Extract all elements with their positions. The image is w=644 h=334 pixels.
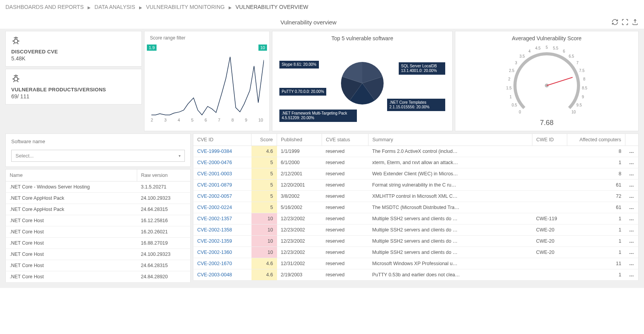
range-max-badge[interactable]: 10: [258, 45, 267, 51]
cve-link[interactable]: CVE-2002-1357: [197, 216, 232, 221]
more-button[interactable]: …: [625, 224, 639, 236]
table-row[interactable]: CVE-2002-13601012/23/2002reservedMultipl…: [193, 247, 639, 258]
svg-text:9.5: 9.5: [577, 103, 582, 107]
stat-label: VULNERABLE PRODUCTS/VERSIONS: [11, 87, 136, 92]
breadcrumb-item[interactable]: VULNERABILITY MONITORING: [146, 4, 225, 10]
breadcrumb-current: VULNERABILITY OVERVIEW: [236, 4, 308, 10]
more-button[interactable]: …: [625, 202, 639, 213]
software-table: Name Raw version .NET Core - Windows Ser…: [5, 169, 191, 283]
svg-text:4: 4: [529, 49, 531, 53]
svg-text:3.5: 3.5: [519, 54, 525, 58]
cve-link[interactable]: CVE-2002-0224: [197, 205, 232, 210]
table-header[interactable]: CVE status: [322, 134, 368, 146]
table-row[interactable]: CVE-2001-000352/12/2001reservedWeb Exten…: [193, 168, 639, 180]
card-title: Top 5 vulnerable software: [278, 35, 447, 41]
more-button[interactable]: …: [625, 236, 639, 247]
more-button[interactable]: …: [625, 247, 639, 258]
range-min-badge[interactable]: 1.9: [147, 45, 157, 51]
fullscreen-icon[interactable]: [622, 19, 629, 26]
table-row[interactable]: CVE-2002-005753/8/2002reservedXMLHTTP co…: [193, 191, 639, 202]
cve-link[interactable]: CVE-1999-0384: [197, 149, 232, 154]
discovered-cve-card: DISCOVERED CVE 5.48K: [5, 31, 142, 67]
pie-chart[interactable]: [339, 60, 386, 106]
cve-link[interactable]: CVE-2001-0003: [197, 171, 232, 176]
table-row[interactable]: CVE-2002-16704.612/31/2002reservedMicros…: [193, 258, 639, 269]
table-row[interactable]: .NET Core Host16.20.26021: [6, 226, 191, 238]
card-title: Score range filter: [150, 35, 264, 41]
svg-point-0: [14, 39, 18, 43]
more-button[interactable]: …: [625, 180, 639, 191]
svg-text:7: 7: [577, 61, 579, 65]
more-button[interactable]: …: [625, 157, 639, 168]
table-row[interactable]: .NET Core AppHost Pack24.100.29323: [6, 193, 191, 204]
pie-label: PuTTY 0.70.0.0: 20.00%: [279, 88, 326, 96]
svg-text:6.5: 6.5: [569, 54, 574, 58]
breadcrumb-item[interactable]: DATA ANALYSIS: [95, 4, 135, 10]
table-header[interactable]: Affected computers: [567, 134, 625, 146]
table-header[interactable]: Score: [251, 134, 277, 146]
cve-link[interactable]: CVE-2002-0057: [197, 194, 232, 199]
bug-icon: [11, 74, 21, 83]
table-header[interactable]: CWE ID: [532, 134, 567, 146]
table-row[interactable]: CVE-2002-022455/16/2002reservedThe MSDTC…: [193, 202, 639, 213]
chevron-right-icon: ▶: [88, 5, 91, 10]
table-header[interactable]: Raw version: [137, 170, 191, 182]
table-row[interactable]: CVE-2000-047656/1/2000reservedxterm, Ete…: [193, 157, 639, 168]
cve-link[interactable]: CVE-2002-1359: [197, 238, 232, 244]
table-row[interactable]: CVE-2002-13581012/23/2002reservedMultipl…: [193, 224, 639, 236]
breadcrumb-item[interactable]: DASHBOARDS AND REPORTS: [5, 4, 84, 10]
table-row[interactable]: CVE-2002-13571012/23/2002reservedMultipl…: [193, 213, 639, 224]
table-header[interactable]: [625, 134, 639, 146]
software-name-select[interactable]: Select... ▾: [11, 150, 185, 162]
cve-table: CVE IDScorePublishedCVE statusSummaryCWE…: [193, 134, 639, 281]
card-title: Averaged Vulnerability Score: [461, 35, 633, 41]
table-row[interactable]: CVE-2001-0879512/20/2001reservedFormat s…: [193, 180, 639, 191]
table-row[interactable]: .NET Core Host16.12.25816: [6, 215, 191, 226]
pie-label: Skype 8.61: 20.00%: [279, 61, 319, 69]
table-row[interactable]: .NET Core Host24.100.29323: [6, 249, 191, 260]
chevron-down-icon: ▾: [179, 154, 181, 158]
table-row[interactable]: CVE-1999-03844.61/1/1999reservedThe Form…: [193, 146, 639, 157]
stat-value: 5.48K: [11, 55, 136, 62]
bug-icon: [11, 36, 21, 45]
more-button[interactable]: …: [625, 269, 639, 281]
table-row[interactable]: .NET Core Host16.88.27019: [6, 238, 191, 249]
export-icon[interactable]: [632, 19, 639, 26]
table-header[interactable]: Published: [277, 134, 322, 146]
more-button[interactable]: …: [625, 258, 639, 269]
cve-link[interactable]: CVE-2001-0879: [197, 182, 232, 188]
refresh-icon[interactable]: [611, 19, 618, 26]
table-header[interactable]: Name: [6, 170, 137, 182]
more-button[interactable]: …: [625, 146, 639, 157]
avg-vulnerability-score-card: Averaged Vulnerability Score 00.511.522.…: [455, 31, 639, 131]
table-row[interactable]: CVE-2003-00484.62/19/2003reservedPuTTY 0…: [193, 269, 639, 281]
table-row[interactable]: .NET Core Host24.84.28920: [6, 271, 191, 283]
svg-text:7.5: 7.5: [579, 69, 585, 73]
score-range-chart[interactable]: [150, 55, 264, 116]
svg-text:8.5: 8.5: [582, 86, 587, 90]
table-header[interactable]: CVE ID: [193, 134, 251, 146]
cve-link[interactable]: CVE-2002-1670: [197, 261, 232, 266]
svg-text:1: 1: [510, 95, 512, 99]
more-button[interactable]: …: [625, 213, 639, 224]
svg-text:10: 10: [572, 110, 576, 114]
chevron-right-icon: ▶: [229, 5, 232, 10]
table-row[interactable]: .NET Core AppHost Pack24.64.28315: [6, 204, 191, 215]
pie-label: SQL Server LocalDB 13.1.4001.0: 20.00%: [399, 62, 445, 75]
table-header[interactable]: Summary: [368, 134, 532, 146]
svg-text:3: 3: [515, 61, 517, 65]
table-row[interactable]: CVE-2002-13591012/23/2002reservedMultipl…: [193, 236, 639, 247]
more-button[interactable]: …: [625, 191, 639, 202]
breadcrumb: DASHBOARDS AND REPORTS ▶ DATA ANALYSIS ▶…: [0, 0, 644, 14]
table-row[interactable]: .NET Core Host24.64.28315: [6, 260, 191, 271]
svg-text:2: 2: [508, 77, 510, 81]
stat-label: DISCOVERED CVE: [11, 49, 136, 55]
more-button[interactable]: …: [625, 168, 639, 180]
stat-value: 69/ 111: [11, 93, 136, 99]
cve-link[interactable]: CVE-2002-1358: [197, 227, 232, 233]
cve-link[interactable]: CVE-2002-1360: [197, 250, 232, 255]
cve-link[interactable]: CVE-2003-0048: [197, 272, 232, 277]
svg-text:1.5: 1.5: [506, 86, 511, 90]
cve-link[interactable]: CVE-2000-0476: [197, 160, 232, 165]
table-row[interactable]: .NET Core - Windows Server Hosting3.1.5.…: [6, 182, 191, 193]
